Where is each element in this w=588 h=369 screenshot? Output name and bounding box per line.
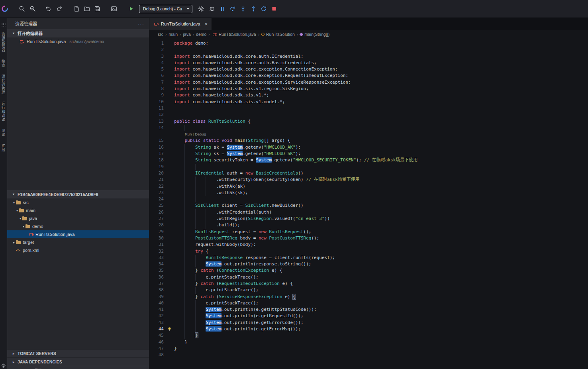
code-line-content[interactable]: import com.huaweicloud.sdk.core.auth.ICr… [174, 53, 588, 60]
breakpoint-gutter[interactable] [164, 196, 174, 202]
tree-item-main[interactable]: main [7, 206, 149, 214]
step-out-icon[interactable] [250, 6, 257, 12]
breakpoint-gutter[interactable] [164, 287, 174, 293]
quick-fix-lightbulb-icon[interactable] [164, 326, 174, 332]
tree-item-target[interactable]: target [7, 238, 149, 246]
breakpoint-gutter[interactable] [164, 235, 174, 241]
zoom-out-icon[interactable] [29, 6, 36, 12]
code-line-content[interactable] [174, 47, 588, 53]
code-line-content[interactable]: .withAk(ak) [174, 183, 588, 190]
breakpoint-gutter[interactable] [164, 281, 174, 287]
tree-item-demo[interactable]: demo [7, 222, 149, 230]
breakpoint-gutter[interactable] [164, 53, 174, 60]
code-line-content[interactable]: } catch (RequestTimeoutException e) { [174, 281, 588, 287]
breakpoint-gutter[interactable] [164, 125, 174, 131]
breadcrumb-item[interactable]: src [158, 32, 163, 37]
breadcrumb-item[interactable]: RunTtsSolution.java [212, 32, 256, 37]
redo-icon[interactable] [56, 6, 63, 12]
apps-grid-icon[interactable] [1, 22, 6, 27]
codelens-link[interactable]: Debug [195, 132, 206, 136]
breakpoint-gutter[interactable] [164, 209, 174, 216]
code-line-content[interactable]: .build(); [174, 222, 588, 228]
code-line-content[interactable]: request.withBody(body); [174, 241, 588, 248]
code-line-content[interactable]: String securityToken = System.getenv("HW… [174, 157, 588, 163]
step-into-icon[interactable] [239, 6, 246, 12]
breakpoint-gutter[interactable] [164, 177, 174, 183]
code-line-content[interactable]: } [174, 345, 588, 352]
breakpoint-gutter[interactable] [164, 248, 174, 255]
settings-gear-icon[interactable] [198, 6, 204, 12]
code-line-content[interactable]: import com.huaweicloud.sdk.sis.v1.*; [174, 92, 588, 98]
code-line-content[interactable]: e.printStackTrace(); [174, 274, 588, 281]
breakpoint-gutter[interactable] [164, 73, 174, 79]
section-maven-[interactable]: MAVEN 项目 [7, 366, 149, 369]
breakpoint-gutter[interactable] [164, 300, 174, 306]
breakpoint-gutter[interactable] [164, 47, 174, 53]
breakpoint-gutter[interactable] [164, 352, 174, 358]
breakpoint-gutter[interactable] [164, 40, 174, 47]
save-all-icon[interactable] [94, 6, 100, 12]
code-line-content[interactable]: import com.huaweicloud.sdk.sis.v1.model.… [174, 99, 588, 105]
code-line-content[interactable]: e.printStackTrace(); [174, 287, 588, 293]
code-line-content[interactable]: System.out.println(e.getRequestId()); [174, 313, 588, 319]
breakpoint-gutter[interactable] [164, 118, 174, 125]
code-line-content[interactable] [174, 105, 588, 112]
breakpoint-gutter[interactable] [164, 261, 174, 267]
debug-config-select[interactable]: Debug (Launch) - Cu [139, 5, 192, 13]
code-line-content[interactable]: RunTtsRequest request = new RunTtsReques… [174, 229, 588, 235]
search-icon[interactable] [18, 6, 25, 12]
breakpoint-gutter[interactable] [164, 202, 174, 209]
tree-item-runttssolution-java[interactable]: RunTtsSolution.java [7, 230, 149, 238]
breakpoint-gutter[interactable] [164, 332, 174, 339]
code-line-content[interactable]: String ak = System.getenv("HWCLOUD_AK"); [174, 144, 588, 151]
project-section-header[interactable]: F1B45A60BF9E4EDE98727520215AD6F6 [7, 190, 149, 198]
breakpoint-gutter[interactable] [164, 137, 174, 144]
terminal-icon[interactable] [110, 6, 117, 12]
code-line-content[interactable]: System.out.println(e.getErrorCode()); [174, 320, 588, 326]
code-line-content[interactable]: RunTtsResponse response = client.runTts(… [174, 255, 588, 261]
activity-label[interactable]: 扩展 [1, 144, 6, 152]
tree-item-src[interactable]: src [7, 198, 149, 206]
ide-logo-icon[interactable] [1, 6, 8, 12]
breakpoint-gutter[interactable] [164, 255, 174, 261]
breakpoint-gutter[interactable] [164, 320, 174, 326]
breakpoint-gutter[interactable] [164, 144, 174, 151]
breakpoint-gutter[interactable] [164, 229, 174, 235]
breakpoint-gutter[interactable] [164, 345, 174, 352]
breakpoint-gutter[interactable] [164, 66, 174, 73]
code-line-content[interactable]: Run | Debug [174, 131, 588, 137]
open-editors-section-header[interactable]: 打开的编辑器 [7, 29, 149, 37]
tab-runttssolution-java[interactable]: RunTtsSolution.java [149, 18, 212, 30]
settings-gear-icon[interactable] [1, 363, 6, 368]
code-line-content[interactable]: import com.huaweicloud.sdk.core.exceptio… [174, 66, 588, 73]
code-line-content[interactable]: .withSk(sk); [174, 190, 588, 196]
code-line-content[interactable]: public static void main(String[] args) { [174, 137, 588, 144]
code-line-content[interactable]: import com.huaweicloud.sdk.core.exceptio… [174, 73, 588, 79]
code-line-content[interactable]: import com.huaweicloud.sdk.core.auth.Bas… [174, 60, 588, 66]
activity-label[interactable]: 资源管理器 [1, 32, 6, 52]
breakpoint-gutter[interactable] [164, 241, 174, 248]
code-line-content[interactable]: package demo; [174, 40, 588, 47]
section-tomcat-servers[interactable]: TOMCAT SERVERS [7, 349, 149, 358]
breakpoint-gutter[interactable] [164, 190, 174, 196]
code-line-content[interactable] [174, 196, 588, 202]
code-line-content[interactable]: } catch (ConnectionException e) { [174, 267, 588, 274]
breadcrumb-item[interactable]: main [169, 32, 178, 37]
breakpoint-gutter[interactable] [164, 157, 174, 163]
new-file-icon[interactable] [73, 6, 80, 12]
breakpoint-gutter[interactable] [164, 92, 174, 98]
tree-item-pom-xml[interactable]: pom.xml [7, 246, 149, 254]
activity-label[interactable]: 运行和调试 [1, 102, 6, 122]
debug-icon[interactable] [208, 6, 215, 12]
code-line-content[interactable] [174, 125, 588, 131]
breakpoint-gutter[interactable] [164, 216, 174, 222]
breakpoint-gutter[interactable] [164, 339, 174, 345]
code-line-content[interactable]: System.out.println(e.getHttpStatusCode()… [174, 306, 588, 313]
code-line-content[interactable]: String sk = System.getenv("HWCLOUD_SK"); [174, 151, 588, 157]
code-line-content[interactable]: SisClient client = SisClient.newBuilder(… [174, 202, 588, 209]
breakpoint-gutter[interactable] [164, 274, 174, 281]
code-line-content[interactable]: import com.huaweicloud.sdk.core.exceptio… [174, 79, 588, 86]
breakpoint-gutter[interactable] [164, 131, 174, 137]
breakpoint-gutter[interactable] [164, 151, 174, 157]
code-line-content[interactable]: PostCustomTTSReq body = new PostCustomTT… [174, 235, 588, 241]
